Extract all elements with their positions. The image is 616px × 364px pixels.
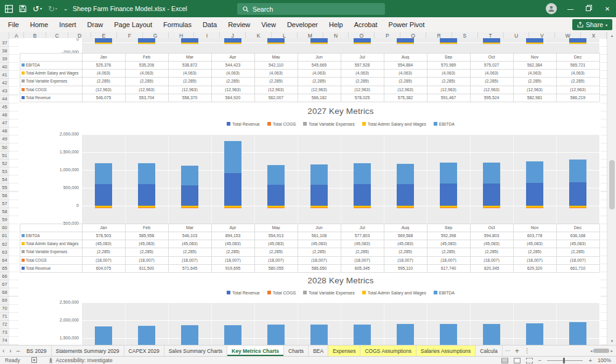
save-button[interactable] [19,5,26,12]
add-sheet-button[interactable]: + [513,346,522,356]
row-header-69[interactable]: 69 [0,297,9,305]
row-header-54[interactable]: 54 [0,176,9,184]
row-header-57[interactable]: 57 [0,200,9,208]
sheet-tab-bea[interactable]: BEA [309,346,328,356]
chart-2027-key-metrics[interactable]: 2027 Key Metrics Total RevenueTotal COGS… [18,103,601,273]
search-box[interactable]: Search [237,3,385,15]
row-header-52[interactable]: 52 [0,160,9,168]
row-header-68[interactable]: 68 [0,288,9,296]
row-header-41[interactable]: 41 [0,71,9,79]
row-header-60[interactable]: 60 [0,224,9,232]
row-header-61[interactable]: 61 [0,232,9,240]
sheet-overflow-end-icon[interactable]: ⋯ [503,346,513,356]
customize-qat-button[interactable]: ⌄ [63,6,68,12]
chart-2028-key-metrics[interactable]: 2028 Key Metrics Total RevenueTotal COGS… [18,273,601,345]
sheet-tab-cogs-assumptions[interactable]: COGS Assumptions [360,346,416,356]
row-header-51[interactable]: 51 [0,152,9,160]
ribbon-tab-power-pivot[interactable]: Power Pivot [383,17,431,32]
row-header-70[interactable]: 70 [0,305,9,313]
row-header-37[interactable]: 37 [0,39,9,47]
sheet-tab-calcula[interactable]: Calcula [476,346,502,356]
row-header-59[interactable]: 59 [0,216,9,224]
row-header-64[interactable]: 64 [0,256,9,264]
row-header-50[interactable]: 50 [0,144,9,152]
ribbon-tab-developer[interactable]: Developer [282,17,323,32]
row-header-72[interactable]: 72 [0,321,9,329]
excel-app-icon[interactable] [5,5,13,13]
page-layout-view-button[interactable] [514,358,521,363]
row-header-56[interactable]: 56 [0,192,9,200]
restore-button[interactable] [584,5,594,12]
ribbon-tab-data[interactable]: Data [197,17,222,32]
zoom-slider[interactable] [547,360,583,361]
minimize-button[interactable]: — [565,6,575,12]
scroll-right-icon[interactable]: ▸ [610,349,613,354]
ribbon-tab-acrobat[interactable]: Acrobat [349,17,383,32]
sheet-tab-statements-summary-2029[interactable]: Statements Summary 2029 [52,346,124,356]
row-header-38[interactable]: 38 [0,47,9,55]
row-header-58[interactable]: 58 [0,208,9,216]
sheet-tab-bs-2029[interactable]: BS 2029 [22,346,52,356]
prev-sheet-button[interactable]: ‹ [0,346,7,356]
sheet-tab-charts[interactable]: Charts [284,346,309,356]
vertical-scroll-thumb[interactable] [609,160,615,209]
select-all-corner[interactable] [0,32,9,39]
accessibility-checker-button[interactable]: Accessibility: Investigate [48,357,113,363]
sheet-tab-key-metrics-charts[interactable]: Key Metrics Charts [227,346,284,356]
row-header-62[interactable]: 62 [0,240,9,248]
row-header-40[interactable]: 40 [0,63,9,71]
ribbon-tab-file[interactable]: File [2,17,25,32]
scroll-up-icon[interactable]: ▲ [607,32,616,39]
row-header-71[interactable]: 71 [0,313,9,321]
sheet-tab-sales-summary-charts[interactable]: Sales Summary Charts [164,346,227,356]
close-button[interactable]: ✕ [602,6,612,12]
row-header-46[interactable]: 46 [0,111,9,119]
ribbon-tab-review[interactable]: Review [222,17,256,32]
sheet-tab-expenses[interactable]: Expenses [328,346,360,356]
row-header-65[interactable]: 65 [0,264,9,272]
row-header-53[interactable]: 53 [0,168,9,176]
scroll-down-icon[interactable]: ▼ [607,338,616,345]
page-break-view-button[interactable] [526,358,533,363]
sheet-tab-salaries-assumptions[interactable]: Salaries Assumptions [416,346,476,356]
row-header-45[interactable]: 45 [0,103,9,111]
row-header-63[interactable]: 63 [0,248,9,256]
ribbon-tab-view[interactable]: View [256,17,282,32]
next-sheet-button[interactable]: › [7,346,14,356]
ribbon-tab-page-layout[interactable]: Page Layout [108,17,158,32]
share-button[interactable]: Share ▾ [572,19,612,30]
zoom-slider-thumb[interactable] [563,358,565,363]
sheet-menu-button[interactable]: ⋮ [522,346,533,356]
sheet-overflow-icon[interactable]: ••• [14,346,22,356]
row-header-43[interactable]: 43 [0,87,9,95]
zoom-out-button[interactable]: − [538,357,542,364]
row-header-74[interactable]: 74 [0,337,9,345]
row-header-66[interactable]: 66 [0,272,9,280]
row-header-48[interactable]: 48 [0,127,9,135]
row-header-39[interactable]: 39 [0,55,9,63]
undo-dropdown-icon[interactable]: ▾ [40,7,42,10]
sheet-tab-capex-2029[interactable]: CAPEX 2029 [124,346,164,356]
vertical-scrollbar[interactable]: ▲ ▼ [607,32,616,345]
ribbon-tab-home[interactable]: Home [25,17,54,32]
chart-top-partial[interactable]: 0-200,000JanFebMarAprMayJunJulAugSepOctN… [18,38,601,103]
redo-button[interactable]: ↻▾ [48,5,57,13]
undo-button[interactable]: ↺▾ [33,5,42,13]
ribbon-tab-formulas[interactable]: Formulas [158,17,197,32]
zoom-in-button[interactable]: + [588,357,592,364]
row-header-67[interactable]: 67 [0,280,9,288]
row-header-44[interactable]: 44 [0,95,9,103]
row-header-47[interactable]: 47 [0,119,9,127]
zoom-level[interactable]: 100% [598,357,611,363]
horizontal-scroll-thumb[interactable] [593,349,609,353]
row-header-73[interactable]: 73 [0,329,9,337]
row-header-49[interactable]: 49 [0,135,9,144]
scroll-left-icon[interactable]: ◂ [590,349,593,354]
normal-view-button[interactable] [501,358,508,363]
row-header-55[interactable]: 55 [0,184,9,192]
user-avatar[interactable] [546,3,557,14]
ribbon-tab-draw[interactable]: Draw [82,17,109,32]
ribbon-tab-insert[interactable]: Insert [54,17,82,32]
horizontal-scrollbar[interactable]: ◂▸ [587,346,616,356]
row-header-42[interactable]: 42 [0,79,9,87]
